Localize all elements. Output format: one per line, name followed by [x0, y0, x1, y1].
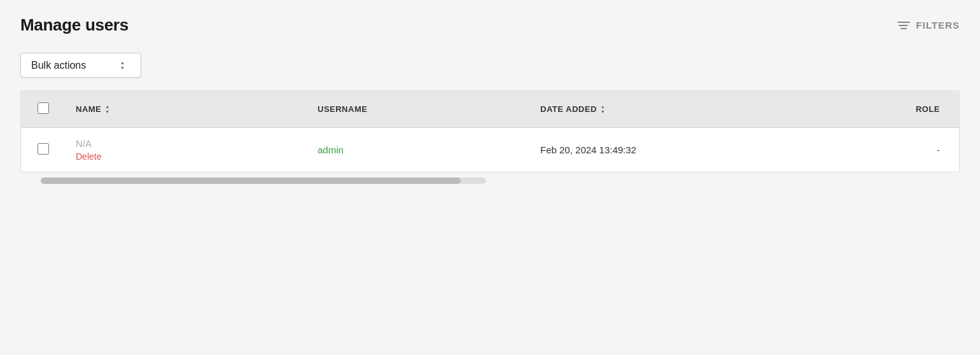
row-checkbox-cell	[21, 128, 66, 172]
delete-user-link[interactable]: Delete	[76, 151, 297, 162]
username-column-label: USERNAME	[318, 104, 367, 114]
table-row: N/A Delete admin Feb 20, 2024 13:49:32 -	[21, 128, 959, 172]
bulk-actions-arrow-icon	[120, 60, 125, 70]
name-cell: N/A Delete	[66, 128, 307, 172]
users-table: NAME USERNAME DATE ADDED	[21, 91, 959, 172]
role-cell: -	[772, 128, 959, 172]
role-value: -	[937, 144, 940, 155]
date-added-column-label: DATE ADDED	[540, 104, 597, 114]
date-added-cell: Feb 20, 2024 13:49:32	[530, 128, 772, 172]
filters-label: FILTERS	[916, 20, 960, 31]
filters-button[interactable]: FILTERS	[897, 20, 960, 31]
role-column-label: ROLE	[916, 104, 940, 114]
table-body: N/A Delete admin Feb 20, 2024 13:49:32 -	[21, 128, 959, 172]
name-column-label: NAME	[76, 104, 101, 114]
scrollbar-track	[41, 178, 486, 184]
filter-icon	[897, 22, 910, 29]
horizontal-scrollbar[interactable]	[20, 178, 960, 184]
name-column-header: NAME	[66, 91, 307, 128]
select-all-checkbox[interactable]	[38, 102, 49, 114]
username-link[interactable]: admin	[318, 144, 344, 155]
bulk-actions-select[interactable]: Bulk actionsDelete selectedExport select…	[31, 60, 120, 71]
row-checkbox[interactable]	[38, 143, 49, 155]
bulk-actions-wrapper[interactable]: Bulk actionsDelete selectedExport select…	[20, 53, 141, 78]
table-header: NAME USERNAME DATE ADDED	[21, 91, 959, 128]
page-title: Manage users	[20, 15, 129, 35]
role-column-header: ROLE	[772, 91, 959, 128]
username-cell: admin	[307, 128, 530, 172]
users-table-container: NAME USERNAME DATE ADDED	[20, 90, 960, 172]
page-header: Manage users FILTERS	[20, 15, 960, 35]
date-added-column-header: DATE ADDED	[530, 91, 772, 128]
username-column-header: USERNAME	[307, 91, 530, 128]
scrollbar-thumb[interactable]	[41, 178, 461, 184]
select-all-header	[21, 91, 66, 128]
date-sort-button[interactable]	[601, 104, 605, 114]
toolbar: Bulk actionsDelete selectedExport select…	[20, 53, 960, 78]
user-name-value: N/A	[76, 138, 297, 149]
name-sort-button[interactable]	[105, 104, 109, 114]
date-added-value: Feb 20, 2024 13:49:32	[540, 144, 636, 155]
